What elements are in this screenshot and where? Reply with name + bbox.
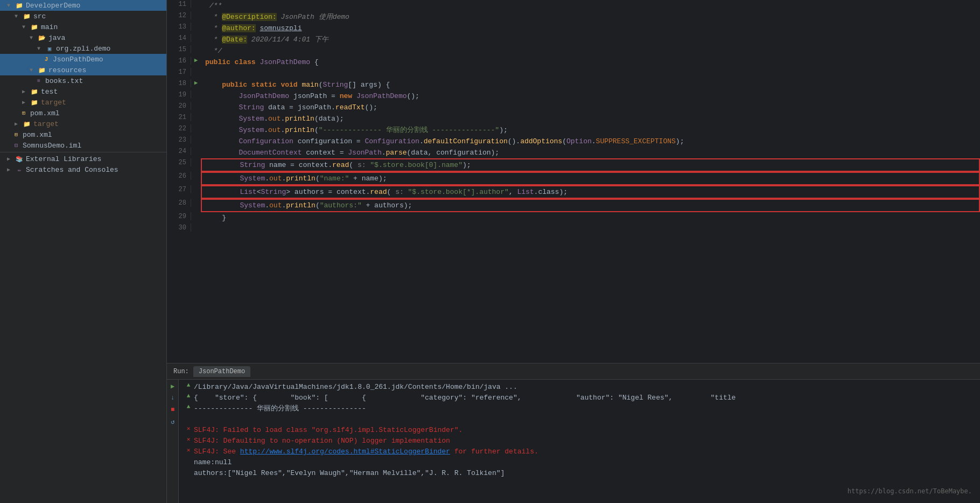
line-number-30: 30 (167, 223, 191, 232)
line-content-20: String data = jsonPath.readTxt(); (201, 102, 980, 113)
arrow-down-icon: ▼ (34, 44, 43, 53)
line-content-21: System.out.println(data); (201, 113, 980, 124)
code-line-19: 19 JsonPathDemo jsonPath = new JsonPathD… (167, 90, 980, 102)
arrow-down-icon: ▼ (27, 66, 36, 74)
line-content-30 (201, 223, 980, 235)
console-line-1: ▲ /Library/Java/JavaVirtualMachines/jdk1… (183, 382, 976, 393)
console-text-3: -------------- 华丽的分割线 --------------- (194, 403, 366, 414)
code-line-25: 25 String name = context.read( s: "$.sto… (167, 158, 980, 172)
console-text-1: /Library/Java/JavaVirtualMachines/jdk1.8… (194, 382, 517, 393)
run-tab-bar: Run: JsonPathDemo (167, 364, 980, 380)
run-again-button[interactable]: ▶ (169, 382, 177, 390)
arrow-down-icon: ▼ (12, 12, 20, 20)
line-number-21: 21 (167, 113, 191, 121)
code-line-24: 24 DocumentContext context = JsonPath.pa… (167, 147, 980, 158)
sidebar-item-books-txt[interactable]: ≡ books.txt (0, 75, 166, 86)
sidebar-item-scratches[interactable]: ▶ ✏ Scratches and Consoles (0, 164, 166, 175)
console-output[interactable]: ▲ /Library/Java/JavaVirtualMachines/jdk1… (179, 380, 980, 503)
console-line-name: name:null (183, 457, 976, 468)
line-content-28: System.out.println("authors:" + authors)… (201, 199, 980, 212)
error-icon: ✕ (187, 425, 191, 432)
folder-blue-icon: 📂 (38, 33, 46, 42)
sidebar-item-resources[interactable]: ▼ 📁 resources (0, 65, 166, 75)
line-content-14: * @Date: 2020/11/4 4:01 下午 (201, 34, 980, 45)
restart-button[interactable]: ↺ (169, 417, 177, 426)
console-gutter-3: ▲ (183, 403, 194, 410)
arrow-up-icon: ▲ (187, 393, 191, 399)
console-line-err1: ✕ SLF4J: Failed to load class "org.slf4j… (183, 425, 976, 436)
slf4j-link[interactable]: http://www.slf4j.org/codes.html#StaticLo… (240, 448, 450, 456)
sidebar-item-java[interactable]: ▼ 📂 java (0, 32, 166, 43)
sidebar-item-pom-xml[interactable]: ⊞ pom.xml (0, 108, 166, 118)
iml-file-icon: ⊡ (12, 141, 20, 150)
gutter-18[interactable]: ▶ (191, 79, 201, 86)
line-content-23: Configuration configuration = Configurat… (201, 136, 980, 147)
code-editor[interactable]: 11 /** 12 * @Description: JsonPath 使用dem… (167, 0, 980, 363)
run-arrow-16[interactable]: ▶ (194, 57, 198, 64)
arrow-right-icon: ▶ (19, 87, 28, 96)
console-text-empty (194, 414, 198, 425)
sidebar-item-jsonpathdemo[interactable]: J JsonPathDemo (0, 54, 166, 65)
code-line-21: 21 System.out.println(data); (167, 113, 980, 124)
console-text-2: { "store": { "book": [ { "category": "re… (194, 393, 736, 403)
line-number-16: 16 (167, 57, 191, 65)
code-line-27: 27 List<String> authors = context.read( … (167, 185, 980, 199)
sidebar-item-main[interactable]: ▼ 📁 main (0, 22, 166, 32)
line-number-14: 14 (167, 34, 191, 42)
console-gutter-2: ▲ (183, 393, 194, 399)
sidebar-item-src[interactable]: ▼ 📁 src (0, 11, 166, 22)
console-container: ▶ ↓ ■ ↺ ▲ /Library/Java/JavaVirtualMachi… (167, 380, 980, 503)
error-icon: ✕ (187, 436, 191, 443)
scratches-icon: ✏ (15, 165, 24, 174)
folder-brown-icon: 📁 (30, 98, 39, 107)
sidebar-item-somnus-demo[interactable]: ⊡ SomnusDemo.iml (0, 140, 166, 151)
sidebar-item-developer-demo[interactable]: ▼ 📁 DeveloperDemo (0, 0, 166, 11)
line-number-20: 20 (167, 102, 191, 110)
stop-button[interactable]: ■ (169, 406, 177, 414)
console-text-name: name:null (194, 457, 232, 468)
sidebar-item-target2[interactable]: ▶ 📁 target (0, 118, 166, 129)
run-tab-jsonpathdemo[interactable]: JsonPathDemo (193, 366, 250, 377)
line-number-18: 18 (167, 79, 191, 87)
sidebar-item-ext-libs[interactable]: ▶ 📚 External Libraries (0, 153, 166, 164)
folder-icon: 📁 (30, 23, 39, 31)
line-number-22: 22 (167, 124, 191, 132)
arrow-down-icon: ▼ (27, 33, 36, 42)
scroll-down-button[interactable]: ↓ (169, 394, 177, 402)
gutter-16[interactable]: ▶ (191, 57, 201, 64)
line-content-19: JsonPathDemo jsonPath = new JsonPathDemo… (201, 90, 980, 102)
code-line-26: 26 System.out.println("name:" + name); (167, 172, 980, 185)
code-line-12: 12 * @Description: JsonPath 使用demo (167, 11, 980, 23)
arrow-down-icon: ▼ (19, 23, 28, 31)
arrow-right-icon: ▶ (4, 165, 13, 174)
line-number-13: 13 (167, 23, 191, 31)
line-content-11: /** (201, 0, 980, 11)
sidebar-item-test[interactable]: ▶ 📁 test (0, 86, 166, 97)
code-line-22: 22 System.out.println("-------------- 华丽… (167, 124, 980, 136)
code-line-11: 11 /** (167, 0, 980, 11)
xml-file-icon: ⊞ (19, 109, 28, 117)
code-line-29: 29 } (167, 212, 980, 223)
run-label: Run: (169, 368, 193, 375)
sidebar-item-target[interactable]: ▶ 📁 target (0, 97, 166, 108)
line-number-17: 17 (167, 68, 191, 76)
arrow-up-icon: ▲ (187, 403, 191, 410)
code-line-30: 30 (167, 223, 980, 235)
line-number-26: 26 (167, 172, 191, 180)
arrow-down-icon: ▼ (4, 1, 13, 10)
xml-file-icon: ⊞ (12, 130, 20, 139)
code-line-20: 20 String data = jsonPath.readTxt(); (167, 102, 980, 113)
console-text-err1: SLF4J: Failed to load class "org.slf4j.i… (194, 425, 463, 436)
line-content-16: public class JsonPathDemo { (201, 57, 980, 68)
arrow-right-icon: ▶ (19, 98, 28, 107)
sidebar-item-pom2[interactable]: ⊞ pom.xml (0, 129, 166, 140)
line-number-19: 19 (167, 90, 191, 99)
line-number-28: 28 (167, 199, 191, 207)
folder-brown2-icon: 📁 (23, 120, 31, 128)
line-content-26: System.out.println("name:" + name); (201, 172, 980, 185)
arrow-up-icon: ▲ (187, 382, 191, 388)
code-line-14: 14 * @Date: 2020/11/4 4:01 下午 (167, 34, 980, 45)
sidebar-item-package[interactable]: ▼ ▣ org.zpli.demo (0, 43, 166, 54)
line-content-24: DocumentContext context = JsonPath.parse… (201, 147, 980, 158)
run-arrow-18[interactable]: ▶ (194, 79, 198, 86)
